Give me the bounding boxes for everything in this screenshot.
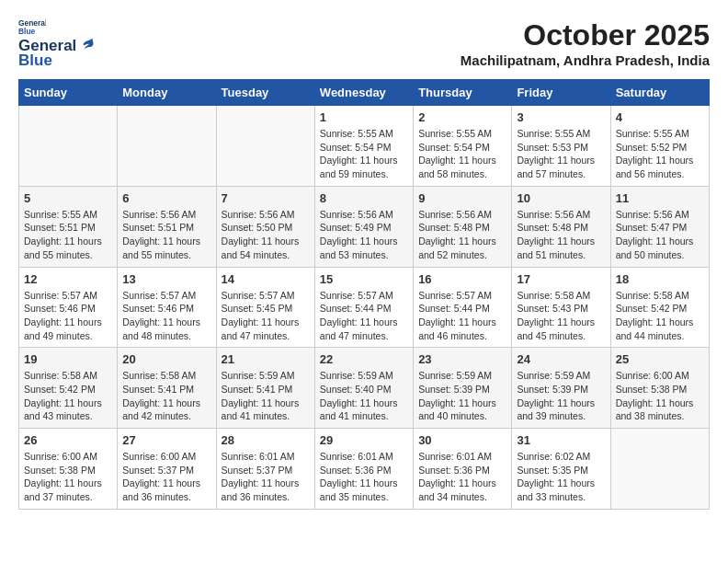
day-number: 22	[320, 352, 408, 366]
day-info: Sunrise: 5:57 AM Sunset: 5:45 PM Dayligh…	[222, 289, 310, 343]
day-number: 25	[616, 352, 704, 366]
day-info: Sunrise: 6:01 AM Sunset: 5:36 PM Dayligh…	[418, 450, 506, 504]
logo-icon: General Blue	[18, 18, 46, 35]
day-info: Sunrise: 5:59 AM Sunset: 5:41 PM Dayligh…	[222, 369, 310, 423]
day-info: Sunrise: 6:00 AM Sunset: 5:38 PM Dayligh…	[616, 369, 704, 423]
calendar-cell: 9Sunrise: 5:56 AM Sunset: 5:48 PM Daylig…	[414, 186, 512, 267]
day-number: 14	[222, 272, 310, 286]
day-info: Sunrise: 6:00 AM Sunset: 5:38 PM Dayligh…	[24, 450, 112, 504]
calendar-cell: 27Sunrise: 6:00 AM Sunset: 5:37 PM Dayli…	[118, 429, 216, 510]
week-row-3: 12Sunrise: 5:57 AM Sunset: 5:46 PM Dayli…	[19, 267, 710, 348]
day-info: Sunrise: 5:56 AM Sunset: 5:48 PM Dayligh…	[418, 208, 506, 262]
header-monday: Monday	[118, 80, 216, 106]
day-info: Sunrise: 5:59 AM Sunset: 5:40 PM Dayligh…	[320, 369, 408, 423]
calendar-cell: 21Sunrise: 5:59 AM Sunset: 5:41 PM Dayli…	[216, 348, 314, 429]
day-number: 5	[24, 191, 112, 205]
calendar-cell: 28Sunrise: 6:01 AM Sunset: 5:37 PM Dayli…	[216, 429, 314, 510]
day-info: Sunrise: 5:59 AM Sunset: 5:39 PM Dayligh…	[517, 369, 605, 423]
day-info: Sunrise: 5:56 AM Sunset: 5:51 PM Dayligh…	[122, 208, 210, 262]
header-thursday: Thursday	[414, 80, 512, 106]
day-number: 9	[418, 191, 506, 205]
day-number: 15	[320, 272, 408, 286]
header-friday: Friday	[512, 80, 610, 106]
day-info: Sunrise: 6:01 AM Sunset: 5:36 PM Dayligh…	[320, 450, 408, 504]
day-number: 13	[122, 272, 210, 286]
calendar-cell: 6Sunrise: 5:56 AM Sunset: 5:51 PM Daylig…	[118, 186, 216, 267]
day-info: Sunrise: 5:59 AM Sunset: 5:39 PM Dayligh…	[418, 369, 506, 423]
calendar-cell: 24Sunrise: 5:59 AM Sunset: 5:39 PM Dayli…	[512, 348, 610, 429]
day-info: Sunrise: 5:55 AM Sunset: 5:52 PM Dayligh…	[616, 127, 704, 181]
day-info: Sunrise: 5:57 AM Sunset: 5:44 PM Dayligh…	[418, 289, 506, 343]
day-number: 6	[122, 191, 210, 205]
day-info: Sunrise: 5:55 AM Sunset: 5:54 PM Dayligh…	[320, 127, 408, 181]
day-number: 18	[616, 272, 704, 286]
main-title: October 2025	[461, 18, 710, 52]
calendar-header-row: SundayMondayTuesdayWednesdayThursdayFrid…	[19, 80, 710, 106]
calendar-cell: 23Sunrise: 5:59 AM Sunset: 5:39 PM Dayli…	[414, 348, 512, 429]
calendar-cell: 17Sunrise: 5:58 AM Sunset: 5:43 PM Dayli…	[512, 267, 610, 348]
week-row-5: 26Sunrise: 6:00 AM Sunset: 5:38 PM Dayli…	[19, 429, 710, 510]
day-number: 31	[517, 433, 605, 447]
week-row-2: 5Sunrise: 5:55 AM Sunset: 5:51 PM Daylig…	[19, 186, 710, 267]
calendar-cell: 15Sunrise: 5:57 AM Sunset: 5:44 PM Dayli…	[314, 267, 413, 348]
day-info: Sunrise: 5:55 AM Sunset: 5:54 PM Dayligh…	[418, 127, 506, 181]
header-saturday: Saturday	[610, 80, 709, 106]
calendar-cell: 30Sunrise: 6:01 AM Sunset: 5:36 PM Dayli…	[414, 429, 512, 510]
day-info: Sunrise: 5:56 AM Sunset: 5:48 PM Dayligh…	[517, 208, 605, 262]
calendar-cell	[610, 429, 709, 510]
day-number: 8	[320, 191, 408, 205]
day-number: 11	[616, 191, 704, 205]
day-number: 26	[24, 433, 112, 447]
day-info: Sunrise: 6:02 AM Sunset: 5:35 PM Dayligh…	[517, 450, 605, 504]
day-info: Sunrise: 5:58 AM Sunset: 5:42 PM Dayligh…	[24, 369, 112, 423]
calendar-cell	[19, 106, 118, 187]
calendar-cell: 29Sunrise: 6:01 AM Sunset: 5:36 PM Dayli…	[314, 429, 413, 510]
calendar-cell: 14Sunrise: 5:57 AM Sunset: 5:45 PM Dayli…	[216, 267, 314, 348]
page-header: General Blue General Blue October 2025 M…	[18, 18, 710, 70]
calendar-cell: 31Sunrise: 6:02 AM Sunset: 5:35 PM Dayli…	[512, 429, 610, 510]
day-number: 3	[517, 110, 605, 124]
calendar-cell: 20Sunrise: 5:58 AM Sunset: 5:41 PM Dayli…	[118, 348, 216, 429]
calendar-table: SundayMondayTuesdayWednesdayThursdayFrid…	[18, 79, 710, 510]
day-number: 17	[517, 272, 605, 286]
day-number: 23	[418, 352, 506, 366]
header-sunday: Sunday	[19, 80, 118, 106]
day-number: 21	[222, 352, 310, 366]
day-info: Sunrise: 5:57 AM Sunset: 5:46 PM Dayligh…	[24, 289, 112, 343]
day-number: 24	[517, 352, 605, 366]
calendar-cell: 12Sunrise: 5:57 AM Sunset: 5:46 PM Dayli…	[19, 267, 118, 348]
header-tuesday: Tuesday	[216, 80, 314, 106]
calendar-cell: 11Sunrise: 5:56 AM Sunset: 5:47 PM Dayli…	[610, 186, 709, 267]
day-info: Sunrise: 5:56 AM Sunset: 5:49 PM Dayligh…	[320, 208, 408, 262]
day-info: Sunrise: 6:01 AM Sunset: 5:37 PM Dayligh…	[222, 450, 310, 504]
day-number: 2	[418, 110, 506, 124]
logo-bird-icon	[78, 36, 95, 52]
day-number: 29	[320, 433, 408, 447]
day-info: Sunrise: 5:58 AM Sunset: 5:43 PM Dayligh…	[517, 289, 605, 343]
day-number: 27	[122, 433, 210, 447]
day-number: 7	[222, 191, 310, 205]
calendar-cell: 13Sunrise: 5:57 AM Sunset: 5:46 PM Dayli…	[118, 267, 216, 348]
week-row-4: 19Sunrise: 5:58 AM Sunset: 5:42 PM Dayli…	[19, 348, 710, 429]
calendar-cell: 1Sunrise: 5:55 AM Sunset: 5:54 PM Daylig…	[314, 106, 413, 187]
logo: General Blue General Blue	[18, 18, 95, 70]
logo-blue: Blue	[18, 52, 52, 70]
calendar-cell: 2Sunrise: 5:55 AM Sunset: 5:54 PM Daylig…	[414, 106, 512, 187]
day-number: 16	[418, 272, 506, 286]
day-number: 20	[122, 352, 210, 366]
day-number: 1	[320, 110, 408, 124]
calendar-cell: 4Sunrise: 5:55 AM Sunset: 5:52 PM Daylig…	[610, 106, 709, 187]
day-info: Sunrise: 5:56 AM Sunset: 5:47 PM Dayligh…	[616, 208, 704, 262]
day-number: 19	[24, 352, 112, 366]
calendar-cell: 10Sunrise: 5:56 AM Sunset: 5:48 PM Dayli…	[512, 186, 610, 267]
calendar-cell: 18Sunrise: 5:58 AM Sunset: 5:42 PM Dayli…	[610, 267, 709, 348]
calendar-cell	[216, 106, 314, 187]
calendar-cell: 3Sunrise: 5:55 AM Sunset: 5:53 PM Daylig…	[512, 106, 610, 187]
subtitle: Machilipatnam, Andhra Pradesh, India	[461, 52, 710, 68]
day-info: Sunrise: 5:55 AM Sunset: 5:53 PM Dayligh…	[517, 127, 605, 181]
day-number: 12	[24, 272, 112, 286]
calendar-cell: 16Sunrise: 5:57 AM Sunset: 5:44 PM Dayli…	[414, 267, 512, 348]
calendar-cell: 22Sunrise: 5:59 AM Sunset: 5:40 PM Dayli…	[314, 348, 413, 429]
day-info: Sunrise: 5:58 AM Sunset: 5:41 PM Dayligh…	[122, 369, 210, 423]
calendar-cell: 8Sunrise: 5:56 AM Sunset: 5:49 PM Daylig…	[314, 186, 413, 267]
